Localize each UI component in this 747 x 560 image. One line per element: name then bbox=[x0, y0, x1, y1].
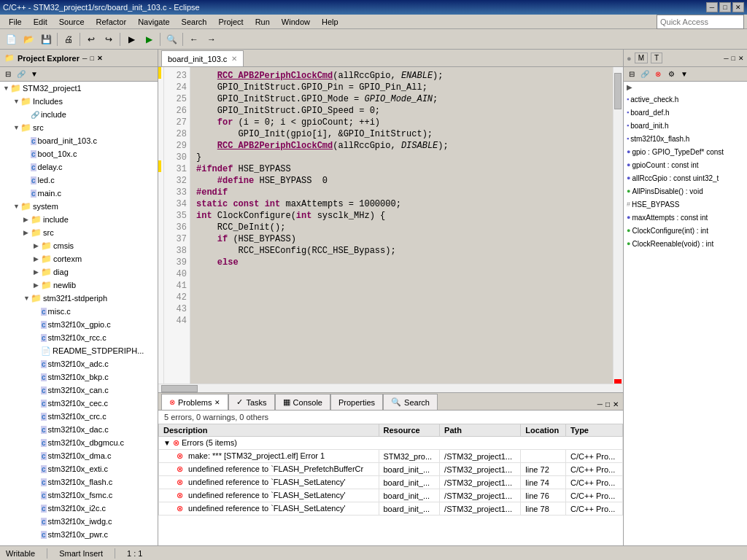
col-resource[interactable]: Resource bbox=[379, 424, 440, 437]
tree-i2c[interactable]: c stm32f10x_i2c.c bbox=[0, 502, 158, 515]
collapse-all-button[interactable]: ⊟ bbox=[1, 68, 15, 81]
tree-iwdg[interactable]: c stm32f10x_iwdg.c bbox=[0, 515, 158, 528]
tree-cortexm[interactable]: ▶ 📁 cortexm bbox=[0, 252, 158, 265]
error-row-4[interactable]: ⊗ undefined reference to `FLASH_SetLaten… bbox=[159, 502, 623, 516]
tree-boot[interactable]: c boot_10x.c bbox=[0, 147, 158, 160]
editor-tab-close[interactable]: ✕ bbox=[231, 55, 237, 63]
col-path[interactable]: Path bbox=[440, 424, 521, 437]
undo-button[interactable]: ↩ bbox=[83, 31, 99, 47]
menu-project[interactable]: Project bbox=[212, 16, 249, 28]
tree-gpio[interactable]: c stm32f10x_gpio.c bbox=[0, 318, 158, 331]
project-explorer-maximize[interactable]: □ bbox=[90, 55, 93, 62]
tree-exti[interactable]: c stm32f10x_exti.c bbox=[0, 462, 158, 475]
tab-search[interactable]: 🔍 Search bbox=[383, 394, 438, 410]
bottom-close-button[interactable]: ✕ bbox=[611, 399, 620, 410]
outline-gpiocount[interactable]: ● gpioCount : const int bbox=[624, 158, 747, 171]
tree-project[interactable]: ▼ 📁 STM32_project1 bbox=[0, 82, 158, 95]
tree-include-link[interactable]: 🔗 include bbox=[0, 108, 158, 121]
new-button[interactable]: 📄 bbox=[3, 31, 19, 47]
menu-help[interactable]: Help bbox=[316, 16, 344, 28]
tree-src[interactable]: ▼ 📁 src bbox=[0, 121, 158, 134]
project-explorer-close[interactable]: ✕ bbox=[97, 55, 103, 62]
menu-search[interactable]: Search bbox=[176, 16, 213, 28]
outline-error-btn[interactable]: ⊗ bbox=[651, 68, 665, 81]
tree-misc[interactable]: c misc.c bbox=[0, 305, 158, 318]
outline-allpins[interactable]: ● AllPinsDisable() : void bbox=[624, 184, 747, 198]
outline-board-init[interactable]: ▪ board_init.h bbox=[624, 119, 747, 132]
quick-access-input[interactable] bbox=[657, 15, 744, 29]
open-button[interactable]: 📂 bbox=[20, 31, 36, 47]
search-toolbar-button[interactable]: 🔍 bbox=[163, 31, 179, 47]
tree-sys-src[interactable]: ▶ 📁 src bbox=[0, 226, 158, 239]
tree-board-init[interactable]: c board_init_103.c bbox=[0, 134, 158, 147]
tab-tasks[interactable]: ✓ Tasks bbox=[228, 394, 274, 410]
outline-allrccgpio[interactable]: ● allRccGpio : const uint32_t bbox=[624, 171, 747, 184]
menu-refactor[interactable]: Refactor bbox=[90, 16, 133, 28]
outline-link-btn[interactable]: 🔗 bbox=[638, 68, 651, 81]
redo-button[interactable]: ↪ bbox=[101, 31, 117, 47]
tree-led[interactable]: c led.c bbox=[0, 174, 158, 187]
error-row-0[interactable]: ⊗ make: *** [STM32_project1.elf] Error 1… bbox=[159, 450, 623, 463]
tree-cec[interactable]: c stm32f10x_cec.c bbox=[0, 397, 158, 410]
tree-delay[interactable]: c delay.c bbox=[0, 160, 158, 174]
print-button[interactable]: 🖨 bbox=[61, 31, 77, 47]
run-button[interactable]: ▶ bbox=[141, 31, 157, 47]
outline-collapse-btn[interactable]: ⊟ bbox=[625, 68, 638, 81]
outline-maximize[interactable]: □ bbox=[732, 55, 735, 62]
col-description[interactable]: Description bbox=[159, 424, 379, 437]
tree-readme[interactable]: 📄 README_STDPERIPH... bbox=[0, 344, 158, 357]
tree-crc[interactable]: c stm32f10x_crc.c bbox=[0, 410, 158, 423]
outline-gear-btn[interactable]: ⚙ bbox=[665, 68, 678, 81]
bottom-minimize-button[interactable]: ─ bbox=[596, 399, 604, 410]
tree-cmsis[interactable]: ▶ 📁 cmsis bbox=[0, 239, 158, 252]
editor-tab-board-init[interactable]: board_init_103.c ✕ bbox=[161, 50, 244, 66]
bottom-maximize-button[interactable]: □ bbox=[604, 399, 611, 410]
tree-dma[interactable]: c stm32f10x_dma.c bbox=[0, 449, 158, 462]
tree-dbgmcu[interactable]: c stm32f10x_dbgmcu.c bbox=[0, 436, 158, 449]
tree-fsmc[interactable]: c stm32f10x_fsmc.c bbox=[0, 489, 158, 502]
debug-button[interactable]: ▶ bbox=[123, 31, 139, 47]
code-editor[interactable]: RCC_APB2PeriphClockCmd(allRccGpio, ENABL… bbox=[190, 67, 613, 384]
tree-can[interactable]: c stm32f10x_can.c bbox=[0, 384, 158, 397]
errors-expand-icon[interactable]: ▼ bbox=[163, 439, 171, 447]
tree-menu-button[interactable]: ▼ bbox=[28, 68, 41, 81]
outline-close[interactable]: ✕ bbox=[738, 55, 744, 62]
tree-main[interactable]: c main.c bbox=[0, 187, 158, 200]
tab-properties[interactable]: Properties bbox=[330, 394, 383, 410]
col-type[interactable]: Type bbox=[566, 424, 623, 437]
tree-diag[interactable]: ▶ 📁 diag bbox=[0, 265, 158, 279]
h-scroll-thumb[interactable] bbox=[161, 385, 198, 392]
tree-flash[interactable]: c stm32f10x_flash.c bbox=[0, 475, 158, 489]
outline-gpio[interactable]: ● gpio : GPIO_TypeDef* const bbox=[624, 145, 747, 158]
outline-active-check[interactable]: ▪ active_check.h bbox=[624, 93, 747, 106]
error-row-2[interactable]: ⊗ undefined reference to `FLASH_SetLaten… bbox=[159, 476, 623, 489]
menu-source[interactable]: Source bbox=[53, 16, 90, 28]
outline-clockconfigure[interactable]: ● ClockConfigure(int) : int bbox=[624, 224, 747, 237]
save-button[interactable]: 💾 bbox=[38, 31, 54, 47]
outline-minimize[interactable]: ─ bbox=[724, 55, 728, 62]
col-location[interactable]: Location bbox=[521, 424, 566, 437]
tree-includes[interactable]: ▼ 📁 Includes bbox=[0, 95, 158, 108]
tree-adc[interactable]: c stm32f10x_adc.c bbox=[0, 357, 158, 370]
outline-m-tab[interactable]: M bbox=[635, 52, 648, 63]
outline-hse-bypass[interactable]: # HSE_BYPASS bbox=[624, 198, 747, 211]
tab-problems[interactable]: ⊗ Problems ✕ bbox=[161, 394, 228, 410]
horizontal-scrollbar[interactable] bbox=[158, 384, 623, 392]
editor-scrollbar[interactable] bbox=[613, 67, 623, 384]
outline-t-tab[interactable]: T bbox=[651, 52, 662, 63]
outline-board-def[interactable]: ▪ board_def.h bbox=[624, 106, 747, 119]
menu-file[interactable]: File bbox=[3, 16, 28, 28]
tree-pwr[interactable]: c stm32f10x_pwr.c bbox=[0, 528, 158, 541]
tab-problems-close[interactable]: ✕ bbox=[214, 399, 220, 406]
forward-button[interactable]: → bbox=[204, 31, 220, 47]
tree-newlib[interactable]: ▶ 📁 newlib bbox=[0, 279, 158, 292]
outline-maxattempts[interactable]: ● maxAttempts : const int bbox=[624, 211, 747, 224]
outline-expand-arrow[interactable]: ▶ bbox=[624, 82, 747, 93]
close-button[interactable]: ✕ bbox=[732, 2, 744, 12]
link-editor-button[interactable]: 🔗 bbox=[15, 68, 28, 81]
menu-window[interactable]: Window bbox=[276, 16, 316, 28]
tree-sys-include[interactable]: ▶ 📁 include bbox=[0, 213, 158, 226]
project-explorer-minimize[interactable]: ─ bbox=[82, 55, 87, 62]
menu-edit[interactable]: Edit bbox=[28, 16, 53, 28]
tree-system[interactable]: ▼ 📁 system bbox=[0, 200, 158, 213]
